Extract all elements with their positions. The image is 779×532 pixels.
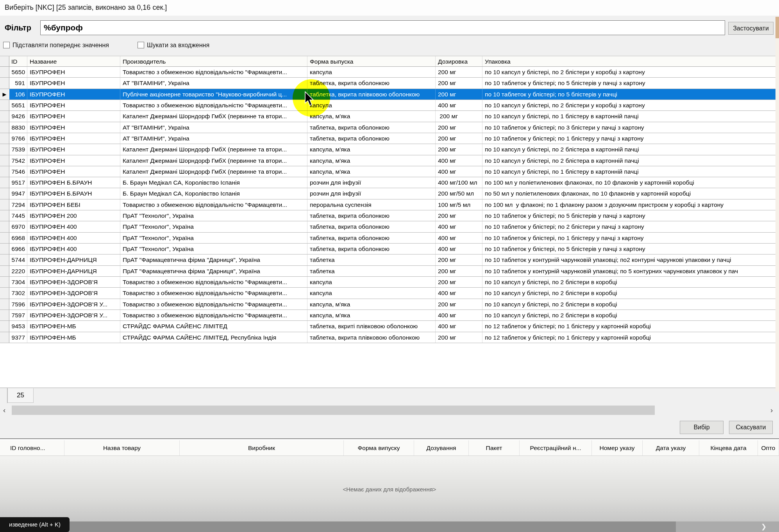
table-row[interactable]: 591ІБУПРОФЕНАТ "ВІТАМІНИ", Українатаблет…	[0, 78, 775, 89]
cell-pack: по 10 капсул у блістері, по 2 блістери в…	[482, 310, 775, 320]
table-row[interactable]: 2220ІБУПРОФЕН-ДАРНИЦЯПрАТ "Фармацевтична…	[0, 266, 775, 277]
table-row[interactable]: 8830ІБУПРОФЕНАТ "ВІТАМІНИ", Українатабле…	[0, 122, 775, 133]
table-row[interactable]: 9517ІБУПРОФЕН Б.БРАУНБ. Браун Медікал СА…	[0, 177, 775, 188]
table-row[interactable]: 9426ІБУПРОФЕНКаталент Джермані Шорндорф …	[0, 111, 775, 122]
bottom-column-header[interactable]: Пакет	[469, 440, 520, 455]
table-row[interactable]: 9377ІБУПРОФЕН-МБСТРАЙДС ФАРМА САЙЕНС ЛІМ…	[0, 332, 775, 343]
bottom-column-header[interactable]: Номер указу	[592, 440, 643, 455]
row-marker-cell	[0, 266, 9, 276]
cell-dose: 400 мг	[436, 288, 482, 298]
video-timeline[interactable]: ❯	[0, 521, 779, 532]
substitute-previous-checkbox[interactable]	[3, 42, 10, 48]
video-timeline-progress[interactable]	[0, 521, 676, 532]
cell-form: капсула, м'яка	[307, 155, 436, 166]
app-window: Виберіть [NKC] [25 записів, виконано за …	[0, 0, 779, 532]
cell-dose: 200 мг	[436, 78, 482, 88]
cell-id: 6968	[9, 233, 27, 243]
apply-button[interactable]: Застосувати	[728, 22, 774, 35]
grid-selector-cell[interactable]	[0, 56, 9, 66]
bottom-column-header[interactable]: Назва товару	[64, 440, 180, 455]
table-row[interactable]: 7596ІБУПРОФЕН-ЗДОРОВ'Я У...Товариство з …	[0, 299, 775, 310]
table-row[interactable]: 6970ІБУПРОФЕН 400ПрАТ "Технолог", Україн…	[0, 221, 775, 232]
scroll-right-arrow-icon[interactable]: ›	[770, 405, 773, 416]
table-row[interactable]: ▶106ІБУПРОФЕНПублічне акціонерне товарис…	[0, 89, 775, 100]
cell-form: таблетка, вкрита оболонкою	[307, 122, 436, 133]
panel-divider	[0, 437, 779, 440]
cell-dose: 400 мг	[436, 166, 482, 177]
cell-producer: СТРАЙДС ФАРМА САЙЕНС ЛІМІТЕД	[120, 321, 307, 331]
cell-id: 7546	[9, 166, 27, 177]
bottom-column-header[interactable]: Форма випуску	[344, 440, 414, 455]
row-marker-cell	[0, 233, 9, 243]
row-marker-cell	[0, 133, 9, 144]
bottom-column-header[interactable]: Дата указу	[643, 440, 699, 455]
cell-name: ІБУПРОФЕН-ЗДОРОВ'Я У...	[27, 299, 120, 310]
table-row[interactable]: 7302ІБУПРОФЕН-ЗДОРОВ'ЯТовариство з обмеж…	[0, 288, 775, 299]
column-header-dose[interactable]: Дозировка	[436, 56, 482, 66]
cell-dose: 400 мг	[436, 221, 482, 232]
cell-name: ІБУПРОФЕН 400	[27, 221, 120, 232]
table-row[interactable]: 7542ІБУПРОФЕНКаталент Джермані Шорндорф …	[0, 155, 775, 166]
bottom-column-header[interactable]: Кінцева дата	[699, 440, 758, 455]
cell-name: ІБУПРОФЕН Б.БРАУН	[27, 188, 120, 199]
cell-pack: по 10 капсул у блістері, по 2 блістери у…	[482, 67, 775, 77]
bottom-column-header[interactable]: Дозування	[414, 440, 469, 455]
row-marker-cell	[0, 188, 9, 199]
cell-name: ІБУПРОФЕН	[27, 133, 120, 144]
table-row[interactable]: 7539ІБУПРОФЕНКаталент Джермані Шорндорф …	[0, 144, 775, 155]
bottom-grid-body: <Немає даних для відображення>	[0, 456, 779, 532]
column-header-pack[interactable]: Упаковка	[482, 56, 775, 66]
table-row[interactable]: 9947ІБУПРОФЕН Б.БРАУНБ. Браун Медікал СА…	[0, 188, 775, 199]
table-row[interactable]: 7597ІБУПРОФЕН-ЗДОРОВ'Я У...Товариство з …	[0, 310, 775, 321]
substitute-previous-label: Підставляти попереднє значення	[13, 42, 109, 49]
cell-form: капсула, м'яка	[307, 299, 436, 310]
bottom-column-header[interactable]: Виробник	[180, 440, 344, 455]
bottom-column-header[interactable]: Реєстраційний н...	[520, 440, 592, 455]
horizontal-scrollbar-thumb[interactable]	[12, 406, 655, 415]
cell-pack: по 10 капсул у блістері, по 1 блістеру в…	[482, 166, 775, 177]
table-row[interactable]: 6968ІБУПРОФЕН 400ПрАТ "Технолог", Україн…	[0, 233, 775, 244]
table-row[interactable]: 6966ІБУПРОФЕН 400ПрАТ "Технолог", Україн…	[0, 244, 775, 254]
row-marker-cell	[0, 332, 9, 343]
table-row[interactable]: 5744ІБУПРОФЕН-ДАРНИЦЯПрАТ "Фармацевтична…	[0, 254, 775, 265]
cell-pack: по 10 таблеток у контурній чарунковій уп…	[482, 266, 775, 276]
table-row[interactable]: 5650ІБУПРОФЕНТовариство з обмеженою відп…	[0, 67, 775, 78]
column-header-name[interactable]: Название	[27, 56, 120, 66]
row-marker-cell	[0, 67, 9, 77]
row-marker-cell	[0, 199, 9, 210]
column-header-form[interactable]: Форма выпуска	[307, 56, 436, 66]
cell-form: таблетка, вкрита оболонкою	[307, 210, 436, 221]
cell-dose: 200 мг/50 мл	[436, 188, 482, 199]
table-row[interactable]: 5651ІБУПРОФЕНТовариство з обмеженою відп…	[0, 100, 775, 111]
record-count: 25	[7, 388, 34, 403]
player-next-icon[interactable]: ❯	[761, 522, 766, 532]
cell-producer: Товариство з обмеженою відповідальністю …	[120, 288, 307, 298]
cell-id: 7539	[9, 144, 27, 155]
cell-form: капсула, м'яка	[307, 144, 436, 155]
bottom-column-header[interactable]: ID головно...	[9, 440, 64, 455]
bottom-column-header[interactable]: Опто	[758, 440, 779, 455]
cell-name: ІБУПРОФЕН	[27, 155, 120, 166]
table-row[interactable]: 7445ІБУПРОФЕН 200ПрАТ "Технолог", Україн…	[0, 210, 775, 221]
cell-producer: Публічне акціонерне товариство "Науково-…	[120, 89, 307, 100]
select-button[interactable]: Вибір	[680, 421, 724, 434]
cell-producer: ПрАТ "Технолог", Україна	[120, 221, 307, 232]
table-row[interactable]: 9766ІБУПРОФЕНАТ "ВІТАМІНИ", Українатабле…	[0, 133, 775, 144]
cell-pack: по 10 таблеток у контурній чарунковій уп…	[482, 254, 775, 265]
horizontal-scrollbar[interactable]: ‹ ›	[0, 405, 779, 416]
column-header-producer[interactable]: Производитель	[120, 56, 307, 66]
table-row[interactable]: 9453ІБУПРОФЕН-МБСТРАЙДС ФАРМА САЙЕНС ЛІМ…	[0, 321, 775, 332]
table-row[interactable]: 7304ІБУПРОФЕН-ЗДОРОВ'ЯТовариство з обмеж…	[0, 277, 775, 288]
cell-dose: 200 мг	[436, 133, 482, 144]
cell-pack: по 10 капсул у блістері, по 2 блістери в…	[482, 299, 775, 310]
search-occurrence-checkbox[interactable]	[138, 42, 144, 48]
scroll-left-arrow-icon[interactable]: ‹	[3, 405, 5, 416]
table-row[interactable]: 7294ІБУПРОФЕН БЕБІТовариство з обмеженою…	[0, 199, 775, 210]
row-marker-cell	[0, 244, 9, 254]
row-marker-cell	[0, 111, 9, 121]
cell-dose: 100 мг/5 мл	[436, 199, 482, 210]
table-row[interactable]: 7546ІБУПРОФЕНКаталент Джермані Шорндорф …	[0, 166, 775, 177]
cancel-button[interactable]: Скасувати	[729, 421, 773, 434]
column-header-id[interactable]: ID	[9, 56, 27, 66]
filter-input[interactable]	[40, 20, 725, 35]
